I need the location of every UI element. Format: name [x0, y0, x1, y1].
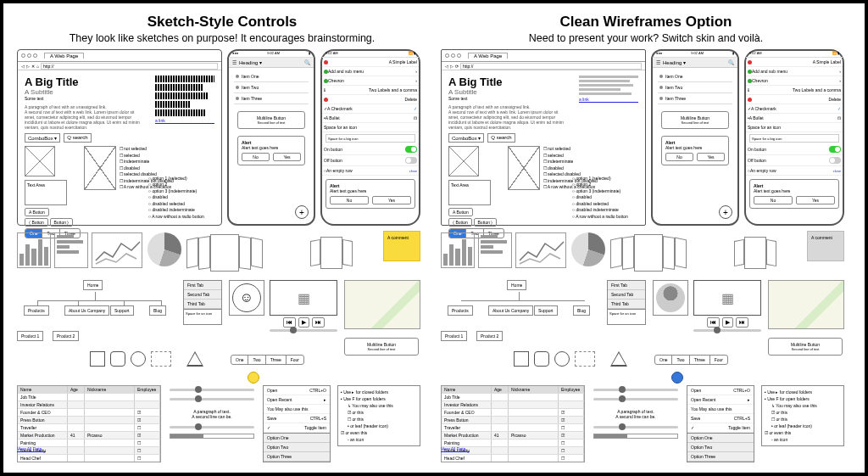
text-area[interactable]: Text Area — [25, 180, 67, 205]
view-all-link[interactable]: View All Data… — [441, 446, 470, 452]
video-player[interactable]: ▦ ⏮▶⏭ — [693, 280, 761, 332]
multiline-button-2[interactable]: Multiline ButtonSecond line of text — [768, 338, 843, 356]
fab-add-button[interactable]: + — [719, 205, 732, 219]
checkmark-row[interactable]: ✓A Checkmark✓ — [322, 104, 419, 114]
coverflow[interactable] — [610, 232, 729, 273]
two-labels-row: ℹTwo Labels and a comma — [322, 86, 419, 95]
column-chart — [17, 232, 51, 268]
multiline-button[interactable]: Multiline ButtonSecond line of text — [237, 111, 305, 129]
alert-dialog: Alert Alert text goes here NoYes — [237, 136, 305, 165]
big-icon-space: Space for a big icon — [326, 134, 415, 143]
list-item[interactable]: Item One — [658, 71, 732, 82]
knob-indicator[interactable] — [671, 372, 683, 384]
shapes-row — [90, 351, 203, 367]
browser-tab[interactable]: A Web Page — [468, 53, 508, 59]
list-item[interactable]: Item Three — [234, 93, 309, 104]
next-button[interactable]: Button ⟩ — [474, 218, 498, 227]
no-button[interactable]: No — [330, 196, 369, 204]
list-item[interactable]: Item One — [234, 71, 309, 82]
fab-add-button[interactable]: + — [295, 205, 309, 219]
a-link[interactable]: a link — [579, 97, 638, 103]
org-chart: Home Products About Us Company Support B… — [441, 280, 602, 346]
map[interactable] — [768, 280, 844, 329]
heading-dropdown[interactable]: Heading ▾ — [663, 59, 686, 65]
tree-view[interactable]: ▪ Use ▸ for closed folders ▪ Use F for o… — [761, 385, 844, 446]
sliders-group[interactable]: A paragraph of text.A second line can be… — [170, 389, 254, 439]
right-title: Clean Wireframes Option — [441, 14, 851, 31]
search-input[interactable]: Q search — [487, 133, 515, 143]
add-sub-row[interactable]: Add and sub menu› — [322, 67, 419, 76]
browser-tab[interactable]: A Web Page — [44, 53, 84, 59]
text-area[interactable]: Text Area — [448, 180, 491, 205]
url-bar[interactable]: http:// — [460, 63, 642, 70]
yes-button[interactable]: Yes — [273, 153, 301, 161]
phone-mockup-1-clean: ●●●9:02 AM▮ ☰Heading ▾🔍 Item One Item Tw… — [651, 49, 739, 226]
sticky-note[interactable]: A comment — [807, 231, 844, 261]
coverflow[interactable] — [186, 232, 305, 273]
multiline-button-2[interactable]: Multiline ButtonSecond line of text — [344, 338, 419, 356]
play-icon: ▶ — [298, 317, 309, 328]
a-button[interactable]: A Button — [25, 208, 49, 216]
a-button[interactable]: A Button — [448, 208, 473, 216]
coverflow-2[interactable] — [310, 232, 378, 273]
menu-icon[interactable]: ☰ — [656, 59, 660, 65]
tab-strip[interactable]: First TabSecond TabThird Tab Space for a… — [183, 280, 222, 325]
search-icon[interactable]: 🔍 — [728, 59, 734, 65]
url-bar[interactable]: http:// — [41, 63, 218, 70]
bar-chart — [54, 232, 88, 268]
tab-strip[interactable]: First TabSecond TabThird Tab Space for a… — [607, 280, 646, 325]
yes-button[interactable]: Yes — [372, 196, 411, 204]
sliders-group[interactable]: A paragraph of text.A second line can be… — [593, 389, 678, 439]
segmented-control-4[interactable]: OneTwoThreeFour — [231, 355, 304, 365]
column-chart — [441, 232, 475, 268]
search-input[interactable]: Q search — [64, 133, 91, 143]
bullet-row: •A Bullet⊡ — [322, 114, 419, 123]
sticky-note[interactable]: A comment — [383, 231, 420, 261]
left-title: Sketch-Style Controls — [17, 14, 427, 31]
tree-view[interactable]: ▪ Use ▸ for closed folders ▪ Use F for o… — [337, 385, 420, 446]
avatar — [653, 280, 688, 316]
chevron-row[interactable]: Chevron› — [322, 76, 419, 86]
knob-indicator[interactable] — [248, 372, 259, 384]
view-all-link[interactable]: View All Data… — [17, 446, 46, 452]
list-item[interactable]: Item Two — [234, 82, 309, 93]
map[interactable] — [344, 280, 420, 329]
segmented-control-4[interactable]: OneTwoThreeFour — [654, 355, 728, 365]
video-player[interactable]: ▦ ⏮▶⏭ — [270, 280, 337, 332]
radio-group[interactable]: option 1 (selected)option 2option 3 (ind… — [572, 176, 638, 221]
alert-dialog: Alert Alert text goes here NoYes — [661, 136, 729, 165]
avatar-face: ☺ — [229, 280, 264, 316]
next-button[interactable]: Button ⟩ — [50, 218, 74, 227]
image-placeholder-2 — [508, 146, 540, 190]
coverflow-2[interactable] — [734, 232, 802, 273]
combobox[interactable]: ComboBox ▾ — [25, 133, 60, 143]
multiline-button[interactable]: Multiline ButtonSecond line of text — [661, 111, 729, 129]
prev-button[interactable]: ⟨ Button — [448, 218, 472, 227]
no-button[interactable]: No — [665, 153, 693, 161]
heading-dropdown[interactable]: Heading ▾ — [239, 59, 262, 65]
image-placeholder — [448, 146, 479, 176]
no-button[interactable]: No — [242, 153, 270, 161]
accordion[interactable]: Option OneOption TwoOption Three — [687, 433, 754, 462]
combobox[interactable]: ComboBox ▾ — [448, 133, 484, 143]
next-icon: ⏭ — [312, 317, 325, 328]
prev-button[interactable]: ⟨ Button — [25, 218, 48, 227]
menu-icon[interactable]: ☰ — [232, 59, 236, 65]
list-item[interactable]: Item Two — [658, 82, 732, 93]
on-toggle-row[interactable]: On button — [322, 144, 419, 155]
no-button[interactable]: No — [754, 196, 793, 204]
off-toggle-row[interactable]: Off button — [322, 155, 419, 166]
delete-row[interactable]: Delete — [322, 95, 419, 104]
search-icon[interactable]: 🔍 — [304, 59, 310, 65]
a-link[interactable]: a link — [155, 118, 214, 124]
radio-group[interactable]: option 1 (selected)option 2option 3 (ind… — [148, 176, 214, 221]
yes-button[interactable]: Yes — [697, 153, 725, 161]
shapes-row — [514, 351, 627, 367]
phone-mockup-2-clean: 9:02 AM📶 ▮ A Simple Label Add and sub me… — [744, 49, 844, 226]
list-item[interactable]: Item Three — [658, 93, 732, 104]
accordion[interactable]: Option OneOption TwoOption Three — [263, 433, 331, 462]
yes-button[interactable]: Yes — [796, 196, 835, 204]
para2: A second row of text with a web link. Lo… — [448, 109, 564, 130]
left-subtitle: They look like sketches on purpose! It e… — [17, 32, 427, 44]
browser-mockup-clean: A Web Page ◁▷⟳http:// A Big Title A Subt… — [441, 49, 646, 226]
